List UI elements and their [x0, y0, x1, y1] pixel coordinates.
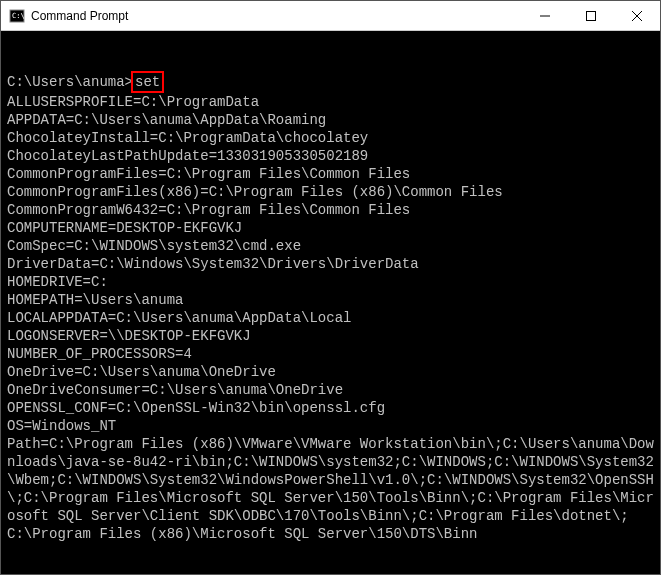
window-title: Command Prompt	[31, 9, 522, 23]
command-highlight: set	[131, 71, 164, 93]
maximize-button[interactable]	[568, 1, 614, 30]
terminal-area[interactable]: C:\Users\anuma>set ALLUSERSPROFILE=C:\Pr…	[1, 31, 660, 574]
close-button[interactable]	[614, 1, 660, 30]
window-controls	[522, 1, 660, 30]
minimize-button[interactable]	[522, 1, 568, 30]
svg-rect-3	[587, 11, 596, 20]
titlebar: C:\ Command Prompt	[1, 1, 660, 31]
cmd-icon: C:\	[9, 8, 25, 24]
command-text: set	[135, 74, 160, 90]
svg-text:C:\: C:\	[12, 12, 25, 20]
output: ALLUSERSPROFILE=C:\ProgramData APPDATA=C…	[7, 93, 654, 543]
prompt: C:\Users\anuma>	[7, 74, 133, 90]
